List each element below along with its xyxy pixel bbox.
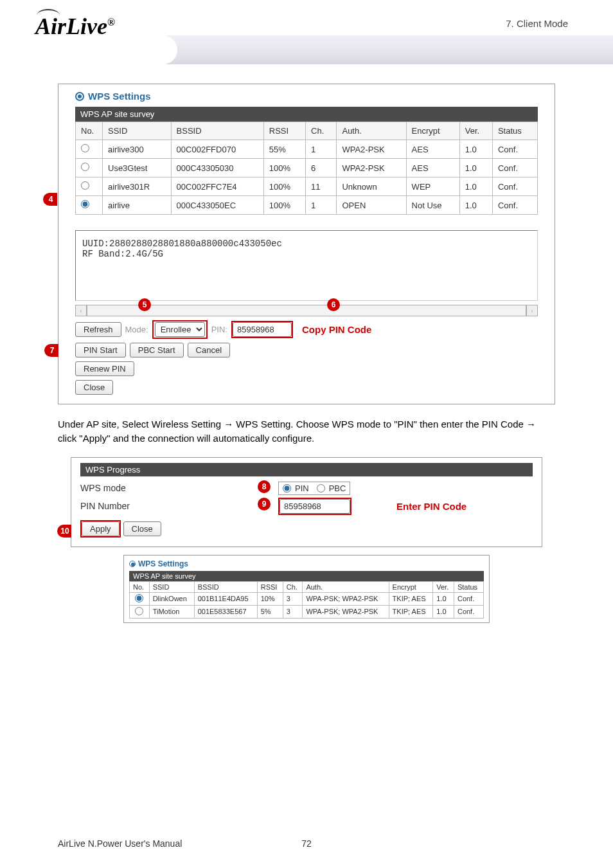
cell-auth: WPA2-PSK (337, 140, 406, 159)
instruction-text: Under AP site, Select Wireless Setting →… (58, 417, 555, 446)
manual-name: AirLive N.Power User's Manual (58, 838, 182, 849)
wps-progress-header: WPS Progress (80, 463, 533, 476)
col-encrypt: Encrypt (389, 581, 433, 592)
apply-highlight: Apply (80, 520, 121, 538)
button-row-4: Close (75, 380, 538, 395)
cell-rssi: 100% (263, 159, 305, 177)
gear-icon (75, 92, 84, 101)
cell-ch: 11 (306, 177, 337, 196)
pin-radio[interactable] (283, 484, 291, 493)
cell-rssi: 55% (263, 140, 305, 159)
scroll-track[interactable] (87, 305, 526, 316)
button-row-1: Refresh Mode: Enrollee PIN: Copy PIN Cod… (75, 320, 538, 339)
ap-radio[interactable] (135, 594, 143, 602)
wps-ap-table: No. SSID BSSID RSSI Ch. Auth. Encrypt Ve… (75, 122, 538, 215)
apply-button[interactable]: Apply (82, 521, 120, 536)
cell-ch: 6 (306, 159, 337, 177)
page-footer: AirLive N.Power User's Manual 72 (58, 838, 555, 849)
page-number: 72 (301, 838, 312, 849)
close-button[interactable]: Close (75, 380, 113, 395)
cell-status: Conf. (454, 592, 483, 605)
button-row-2: PIN Start PBC Start Cancel 7 (75, 343, 538, 357)
col-no: No. (76, 122, 103, 140)
page-header: AirLive® 7. Client Mode (0, 0, 613, 71)
pin-input[interactable] (233, 322, 292, 337)
callout-5: 5 (138, 298, 151, 311)
pin-number-label: PIN Number (80, 501, 267, 511)
wps-settings-small-title-text: WPS Settings (138, 559, 188, 568)
ap-radio[interactable] (81, 144, 89, 152)
pbc-radio-label: PBC (329, 484, 346, 493)
col-status: Status (492, 122, 537, 140)
cell-ssid: Use3Gtest (103, 159, 172, 177)
cell-encrypt: Not Use (406, 196, 459, 215)
apply-close-row: Apply Close (80, 520, 533, 538)
cell-ssid: airlive (103, 196, 172, 215)
wps-settings-panel: WPS Settings WPS AP site survey No. SSID… (58, 84, 555, 404)
wps-mode-radio-group: PIN PBC (278, 482, 350, 495)
col-bssid: BSSID (194, 581, 257, 592)
col-ch: Ch. (306, 122, 337, 140)
cell-rssi: 100% (263, 177, 305, 196)
cell-rssi: 10% (257, 592, 283, 605)
cell-ssid: DlinkOwen (149, 592, 194, 605)
callout-9: 9 (258, 498, 271, 511)
ap-radio[interactable] (81, 200, 89, 208)
cell-auth: WPA2-PSK (337, 159, 406, 177)
col-ssid: SSID (149, 581, 194, 592)
pin-number-input[interactable] (280, 499, 350, 514)
callout-7: 7 (44, 344, 58, 357)
pin-highlight (231, 321, 293, 338)
cell-encrypt: AES (406, 140, 459, 159)
ap-radio[interactable] (135, 607, 143, 615)
small-ap-table: No. SSID BSSID RSSI Ch. Auth. Encrypt Ve… (129, 581, 484, 619)
mode-highlight: Enrollee (152, 320, 208, 339)
col-encrypt: Encrypt (406, 122, 459, 140)
cell-ver: 1.0 (459, 140, 492, 159)
table-row[interactable]: Use3Gtest 000C43305030 100% 6 WPA2-PSK A… (76, 159, 538, 177)
cell-ver: 1.0 (459, 196, 492, 215)
col-rssi: RSSI (257, 581, 283, 592)
col-ch: Ch. (283, 581, 303, 592)
scroll-right-icon[interactable]: › (526, 305, 538, 316)
header-band (154, 35, 613, 64)
mode-select[interactable]: Enrollee (155, 322, 205, 337)
pbc-start-button[interactable]: PBC Start (130, 343, 184, 357)
cell-encrypt: AES (406, 159, 459, 177)
cell-bssid: 00C002FFC7E4 (171, 177, 263, 196)
cell-status: Conf. (454, 605, 483, 618)
renew-pin-button[interactable]: Renew PIN (75, 361, 134, 376)
cancel-button[interactable]: Cancel (188, 343, 230, 357)
scroll-bar[interactable]: ‹ › 5 6 (75, 305, 538, 316)
col-no: No. (130, 581, 150, 592)
cell-status: Conf. (492, 140, 537, 159)
survey-header: WPS AP site survey (75, 107, 538, 122)
table-row[interactable]: airlive300 00C002FFD070 55% 1 WPA2-PSK A… (76, 140, 538, 159)
table-row[interactable]: airlive301R 00C002FFC7E4 100% 11 Unknown… (76, 177, 538, 196)
ap-radio[interactable] (81, 163, 89, 171)
col-rssi: RSSI (263, 122, 305, 140)
table-header-row: No. SSID BSSID RSSI Ch. Auth. Encrypt Ve… (130, 581, 484, 592)
cell-auth: OPEN (337, 196, 406, 215)
close-button-2[interactable]: Close (123, 521, 161, 536)
wps-settings-title-text: WPS Settings (88, 91, 151, 102)
table-row[interactable]: TiMotion 001E5833E567 5% 3 WPA-PSK; WPA2… (130, 605, 484, 618)
cell-ssid: airlive301R (103, 177, 172, 196)
ap-radio[interactable] (81, 181, 89, 190)
copy-pin-label: Copy PIN Code (302, 324, 371, 335)
scroll-left-icon[interactable]: ‹ (75, 305, 87, 316)
pin-radio-label: PIN (295, 484, 309, 493)
airlive-logo: AirLive® (35, 13, 115, 40)
table-row[interactable]: airlive 000C433050EC 100% 1 OPEN Not Use… (76, 196, 538, 215)
rf-band-line: RF Band:2.4G/5G (82, 249, 531, 259)
cell-auth: WPA-PSK; WPA2-PSK (303, 592, 389, 605)
table-row[interactable]: DlinkOwen 001B11E4DA95 10% 3 WPA-PSK; WP… (130, 592, 484, 605)
cell-status: Conf. (492, 177, 537, 196)
cell-ch: 1 (306, 196, 337, 215)
pbc-radio[interactable] (317, 484, 325, 493)
cell-rssi: 5% (257, 605, 283, 618)
pin-start-button[interactable]: PIN Start (75, 343, 126, 357)
refresh-button[interactable]: Refresh (75, 322, 121, 337)
header-section-label: 7. Client Mode (506, 18, 568, 29)
pin-number-highlight (278, 498, 351, 515)
